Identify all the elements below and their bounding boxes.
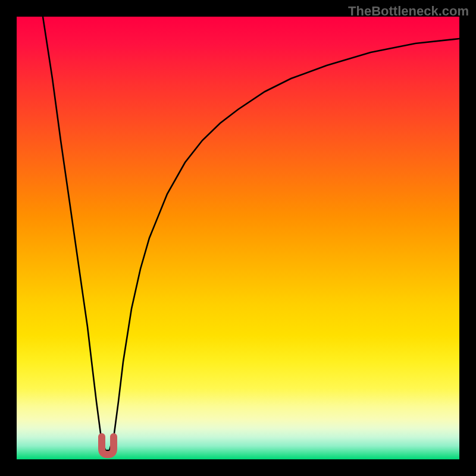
watermark-text: TheBottleneck.com — [348, 4, 469, 19]
curve-layer — [17, 17, 459, 459]
bottleneck-curve — [43, 17, 459, 450]
chart-frame: TheBottleneck.com — [0, 0, 476, 476]
minimum-marker-icon — [102, 437, 114, 455]
plot-area — [17, 17, 459, 459]
